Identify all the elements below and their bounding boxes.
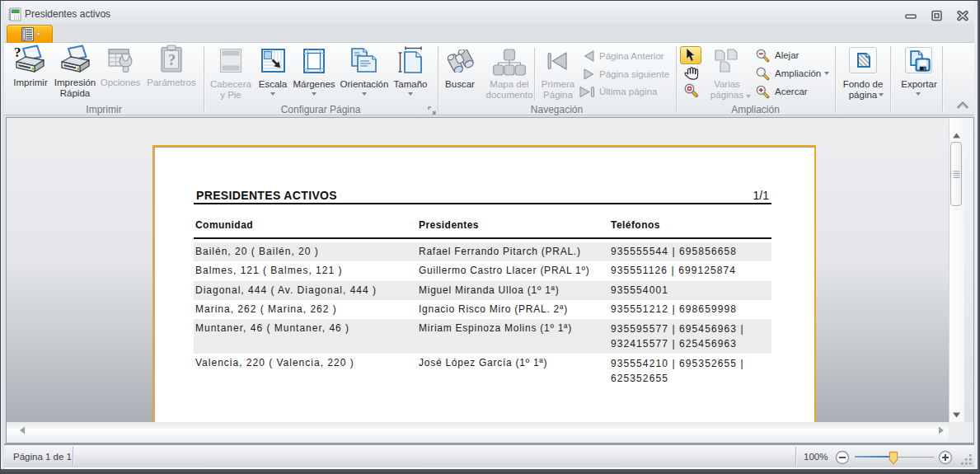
svg-text:?: ? bbox=[14, 45, 21, 60]
svg-text:?: ? bbox=[168, 52, 176, 68]
